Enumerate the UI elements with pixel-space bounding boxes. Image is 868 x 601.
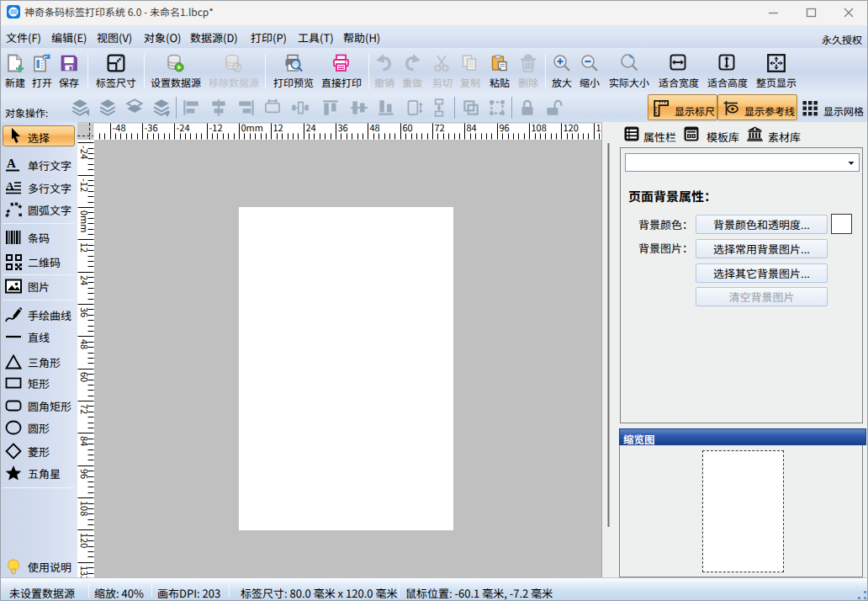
svg-text:36: 36	[78, 307, 92, 317]
svg-text:60: 60	[78, 372, 92, 382]
svg-text:72: 72	[435, 122, 445, 134]
svg-text:36: 36	[338, 122, 348, 134]
svg-text:24: 24	[306, 122, 316, 134]
svg-text:-36: -36	[145, 122, 158, 134]
svg-text:60: 60	[403, 122, 413, 134]
svg-text:96: 96	[78, 469, 92, 479]
svg-text:48: 48	[78, 339, 92, 349]
svg-text:-24: -24	[177, 122, 190, 134]
svg-text:-48: -48	[113, 122, 126, 134]
svg-text:84: 84	[78, 436, 92, 446]
svg-text:12: 12	[78, 242, 92, 253]
svg-text:24: 24	[78, 275, 92, 285]
svg-text:A: A	[7, 157, 16, 170]
svg-text:-24: -24	[78, 146, 92, 159]
svg-text:48: 48	[370, 122, 380, 134]
svg-text:72: 72	[78, 404, 92, 414]
svg-text:108: 108	[532, 122, 547, 134]
svg-text:-12: -12	[209, 122, 223, 134]
svg-text:0mm: 0mm	[241, 122, 263, 134]
svg-text:84: 84	[467, 122, 477, 134]
svg-text:96: 96	[500, 122, 510, 134]
svg-text:120: 120	[564, 122, 579, 134]
svg-text:12: 12	[273, 122, 283, 134]
